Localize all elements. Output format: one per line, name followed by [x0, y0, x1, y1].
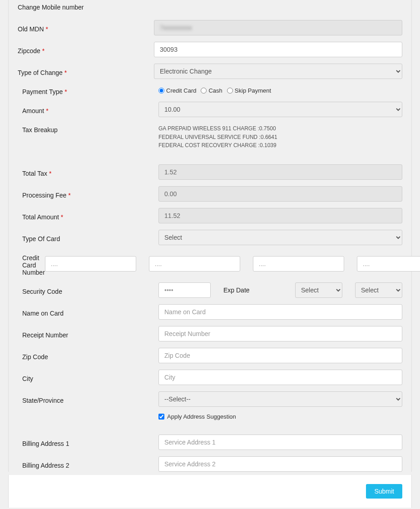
total-amount-readonly: 11.52 — [158, 208, 402, 223]
apply-address-suggestion-checkbox[interactable] — [158, 414, 164, 420]
label-old-mdn: Old MDN * — [18, 23, 154, 33]
label-billing-1: Billing Address 1 — [22, 437, 158, 447]
label-total-tax: Total Tax * — [22, 167, 158, 177]
billing-address-1-input[interactable] — [158, 435, 402, 450]
label-type-of-change: Type of Change * — [18, 66, 154, 76]
city-input[interactable] — [158, 370, 402, 385]
cc-part-2[interactable] — [149, 256, 240, 272]
label-receipt-number: Receipt Number — [22, 329, 158, 339]
type-of-change-select[interactable]: Electronic Change — [154, 64, 402, 79]
submit-button[interactable]: Submit — [366, 484, 402, 499]
receipt-number-input[interactable] — [158, 326, 402, 341]
label-exp-date: Exp Date — [223, 287, 282, 294]
amount-select[interactable]: 10.00 — [158, 102, 402, 117]
tax-line-1: GA PREPAID WIRELESS 911 CHARGE :0.7500 — [158, 124, 402, 133]
radio-cash[interactable] — [201, 88, 207, 94]
label-name-on-card: Name on Card — [22, 307, 158, 317]
page-title: Change Mobile number — [18, 0, 402, 20]
label-processing-fee: Processing Fee * — [22, 189, 158, 199]
cc-part-3[interactable] — [253, 256, 344, 272]
zip-code-input-2[interactable] — [158, 348, 402, 363]
zipcode-input[interactable] — [154, 42, 402, 57]
type-of-card-select[interactable]: Select — [158, 230, 402, 245]
label-zipcode: Zipcode * — [18, 44, 154, 54]
payment-type-radios: Credit Card Cash Skip Payment — [158, 87, 402, 94]
radio-skip[interactable] — [227, 88, 233, 94]
processing-fee-readonly: 0.00 — [158, 186, 402, 202]
cc-part-1[interactable] — [45, 256, 136, 272]
label-total-amount: Total Amount * — [22, 211, 158, 221]
label-zip-code-2: Zip Code — [22, 351, 158, 361]
radio-label-skip: Skip Payment — [235, 87, 271, 94]
security-code-input[interactable] — [158, 282, 211, 298]
label-cc-number: Credit Card Number — [22, 252, 45, 276]
label-payment-type: Payment Type * — [22, 85, 158, 95]
label-city: City — [22, 372, 158, 382]
label-billing-2: Billing Address 2 — [22, 459, 158, 469]
label-security-code: Security Code — [22, 285, 158, 295]
total-tax-readonly: 1.52 — [158, 164, 402, 180]
billing-address-2-input[interactable] — [158, 456, 402, 472]
state-select[interactable]: --Select-- — [158, 391, 402, 407]
tax-line-3: FEDERAL COST RECOVERY CHARGE :0.1039 — [158, 141, 402, 150]
old-mdn-readonly: 7xxxxxxxxx — [154, 20, 402, 35]
label-apply-suggestion: Apply Address Suggestion — [167, 413, 236, 420]
label-amount: Amount * — [22, 104, 158, 114]
exp-month-select[interactable]: Select — [295, 282, 342, 298]
radio-label-cash: Cash — [208, 87, 222, 94]
footer-bar: Submit — [8, 474, 412, 508]
label-state: State/Province — [22, 394, 158, 404]
label-type-of-card: Type Of Card — [22, 232, 158, 242]
name-on-card-input[interactable] — [158, 304, 402, 320]
label-tax-breakup: Tax Breakup — [22, 124, 158, 133]
radio-label-credit: Credit Card — [166, 87, 196, 94]
radio-credit-card[interactable] — [158, 88, 164, 94]
tax-breakup-lines: GA PREPAID WIRELESS 911 CHARGE :0.7500 F… — [158, 124, 402, 150]
exp-year-select[interactable]: Select — [355, 282, 402, 298]
tax-line-2: FEDERAL UNIVERSAL SERVICE FUND :0.6641 — [158, 133, 402, 142]
cc-part-4[interactable] — [357, 256, 420, 272]
